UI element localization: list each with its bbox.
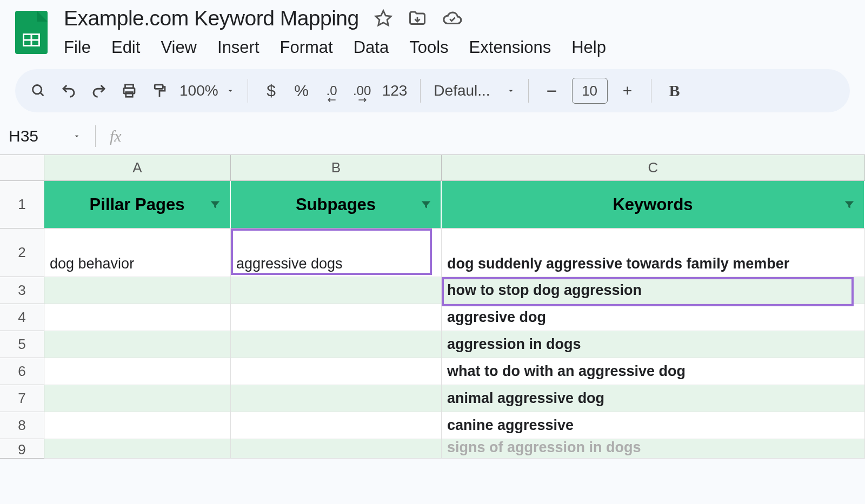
cell[interactable] <box>231 331 442 358</box>
app-header: Example.com Keyword Mapping File Edit Vi… <box>0 0 865 57</box>
cell[interactable] <box>44 358 231 385</box>
cell[interactable]: aggresive dog <box>442 304 865 331</box>
column-header-c[interactable]: C <box>442 155 865 181</box>
svg-marker-0 <box>376 11 391 25</box>
cell[interactable]: canine aggressive <box>442 412 865 439</box>
table-row: 7 animal aggressive dog <box>0 385 865 412</box>
cell[interactable]: aggressive dogs <box>231 229 442 277</box>
font-size-increase-button[interactable]: + <box>617 80 638 102</box>
cell[interactable] <box>231 412 442 439</box>
format-percent-button[interactable]: % <box>291 80 312 102</box>
cell[interactable] <box>231 439 442 459</box>
row-number[interactable]: 4 <box>0 304 44 331</box>
spreadsheet-grid: A B C 1 Pillar Pages Subpages Keywords 2… <box>0 154 865 459</box>
cloud-saved-icon[interactable] <box>442 8 463 29</box>
cell[interactable]: aggression in dogs <box>442 331 865 358</box>
decrease-decimal-button[interactable]: .0 <box>322 80 342 102</box>
menu-format[interactable]: Format <box>280 38 333 57</box>
table-row: 8 canine aggressive <box>0 412 865 439</box>
menu-data[interactable]: Data <box>354 38 389 57</box>
cell[interactable]: signs of aggression in dogs <box>442 439 865 459</box>
row-number[interactable]: 7 <box>0 385 44 412</box>
table-row: 9 signs of aggression in dogs <box>0 439 865 459</box>
chevron-down-icon <box>72 132 81 140</box>
svg-point-1 <box>33 85 42 94</box>
filter-icon[interactable] <box>843 199 855 211</box>
toolbar-separator <box>420 79 421 103</box>
cell[interactable]: dog suddenly aggressive towards family m… <box>442 229 865 277</box>
redo-icon[interactable] <box>89 80 109 102</box>
cell[interactable] <box>44 331 231 358</box>
cell[interactable]: animal aggressive dog <box>442 385 865 412</box>
table-row: 6 what to do with an aggressive dog <box>0 358 865 385</box>
star-icon[interactable] <box>374 9 392 28</box>
menu-view[interactable]: View <box>161 38 197 57</box>
svg-rect-6 <box>155 85 163 89</box>
font-size-input[interactable]: 10 <box>572 78 608 104</box>
cell[interactable] <box>44 412 231 439</box>
menu-help[interactable]: Help <box>571 38 606 57</box>
toolbar-separator <box>248 79 248 103</box>
cell[interactable] <box>231 304 442 331</box>
row-number[interactable]: 3 <box>0 277 44 304</box>
font-size-decrease-button[interactable]: − <box>542 80 562 102</box>
menu-file[interactable]: File <box>64 38 91 57</box>
bold-button[interactable]: B <box>664 80 685 102</box>
separator <box>95 125 96 147</box>
row-number[interactable]: 6 <box>0 358 44 385</box>
format-currency-button[interactable]: $ <box>261 80 282 102</box>
row-number[interactable]: 2 <box>0 229 44 277</box>
svg-line-2 <box>41 93 44 96</box>
cell[interactable] <box>231 385 442 412</box>
search-icon[interactable] <box>28 80 49 102</box>
cell[interactable]: how to stop dog aggression <box>442 277 865 304</box>
cell[interactable] <box>231 358 442 385</box>
header-cell-subpages[interactable]: Subpages <box>231 181 442 229</box>
row-number[interactable]: 9 <box>0 439 44 459</box>
cell[interactable] <box>44 385 231 412</box>
menu-tools[interactable]: Tools <box>409 38 448 57</box>
toolbar-separator <box>528 79 529 103</box>
row-number[interactable]: 1 <box>0 181 44 229</box>
header-cell-pillar-pages[interactable]: Pillar Pages <box>44 181 231 229</box>
menu-bar: File Edit View Insert Format Data Tools … <box>64 38 606 57</box>
move-folder-icon[interactable] <box>408 9 427 28</box>
zoom-value: 100% <box>179 82 218 99</box>
table-row: 2 dog behavior aggressive dogs dog sudde… <box>0 229 865 277</box>
chevron-down-icon <box>507 86 515 95</box>
select-all-corner[interactable] <box>0 155 44 181</box>
document-title[interactable]: Example.com Keyword Mapping <box>64 6 359 30</box>
header-cell-keywords[interactable]: Keywords <box>442 181 865 229</box>
paint-format-icon[interactable] <box>149 80 170 102</box>
increase-decimal-button[interactable]: .00 <box>352 80 372 102</box>
zoom-select[interactable]: 100% <box>179 82 235 99</box>
toolbar: 100% $ % .0 .00 123 Defaul... − 10 + B <box>15 69 850 112</box>
formula-bar-fx-icon: fx <box>110 127 122 145</box>
filter-icon[interactable] <box>420 199 432 211</box>
column-header-b[interactable]: B <box>231 155 442 181</box>
undo-icon[interactable] <box>58 80 79 102</box>
table-row: 3 how to stop dog aggression <box>0 277 865 304</box>
cell[interactable]: dog behavior <box>44 229 231 277</box>
menu-extensions[interactable]: Extensions <box>469 38 551 57</box>
cell[interactable]: what to do with an aggressive dog <box>442 358 865 385</box>
row-number[interactable]: 8 <box>0 412 44 439</box>
menu-insert[interactable]: Insert <box>217 38 260 57</box>
table-row: 5 aggression in dogs <box>0 331 865 358</box>
row-number[interactable]: 5 <box>0 331 44 358</box>
print-icon[interactable] <box>119 80 139 102</box>
font-select[interactable]: Defaul... <box>434 82 515 99</box>
cell[interactable] <box>231 277 442 304</box>
toolbar-separator <box>651 79 651 103</box>
filter-icon[interactable] <box>209 199 221 211</box>
cell[interactable] <box>44 439 231 459</box>
name-box[interactable]: H35 <box>5 127 81 145</box>
cell[interactable] <box>44 277 231 304</box>
menu-edit[interactable]: Edit <box>111 38 140 57</box>
more-formats-button[interactable]: 123 <box>382 80 408 102</box>
font-name: Defaul... <box>434 82 490 99</box>
cell[interactable] <box>44 304 231 331</box>
sheets-logo <box>15 11 48 54</box>
column-header-a[interactable]: A <box>44 155 231 181</box>
table-row: 4 aggresive dog <box>0 304 865 331</box>
